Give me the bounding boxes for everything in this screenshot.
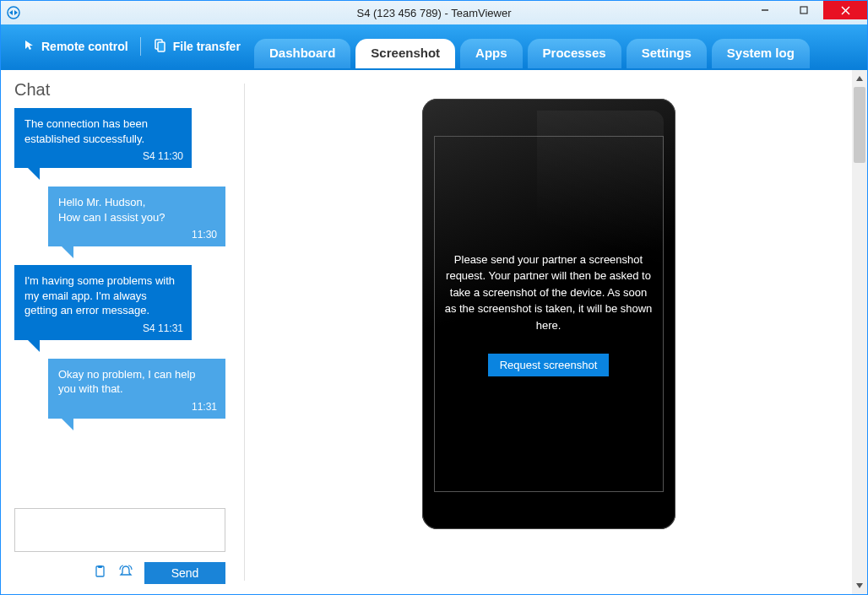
chat-input[interactable] bbox=[14, 508, 225, 552]
scroll-thumb[interactable] bbox=[854, 87, 865, 163]
chat-message-text: Okay no problem, I can help you with tha… bbox=[58, 368, 196, 396]
screenshot-instruction: Please send your partner a screenshot re… bbox=[445, 252, 653, 334]
device-frame: Please send your partner a screenshot re… bbox=[422, 99, 675, 529]
main-panel: Please send your partner a screenshot re… bbox=[245, 70, 852, 594]
file-transfer-label: File transfer bbox=[173, 40, 241, 53]
remote-control-icon bbox=[21, 38, 36, 56]
chat-panel: Chat The connection has been established… bbox=[1, 70, 244, 594]
chat-message: I'm having some problems with my email a… bbox=[14, 265, 192, 340]
chat-message-meta: S4 11:31 bbox=[143, 322, 183, 335]
svg-marker-12 bbox=[856, 583, 863, 588]
maximize-button[interactable] bbox=[784, 1, 823, 19]
teamviewer-icon bbox=[6, 5, 21, 20]
svg-rect-4 bbox=[800, 7, 807, 14]
chat-actions: Send bbox=[14, 562, 225, 584]
chat-messages: The connection has been established succ… bbox=[14, 108, 236, 508]
chat-message: Hello Mr. Hudson, How can I assist you? … bbox=[48, 187, 225, 246]
remote-control-button[interactable]: Remote control bbox=[14, 35, 135, 59]
menu-divider bbox=[140, 37, 141, 56]
scroll-down-icon[interactable] bbox=[855, 579, 864, 592]
nudge-icon[interactable] bbox=[119, 565, 133, 581]
app-window: S4 (123 456 789) - TeamViewer Remote con… bbox=[0, 0, 868, 595]
tab-screenshot[interactable]: Screenshot bbox=[355, 39, 455, 68]
tab-settings[interactable]: Settings bbox=[627, 39, 707, 68]
svg-rect-10 bbox=[98, 565, 102, 568]
window-title: S4 (123 456 789) - TeamViewer bbox=[356, 7, 511, 19]
chat-message-text: The connection has been established succ… bbox=[24, 117, 148, 145]
file-transfer-icon bbox=[153, 38, 168, 56]
send-button[interactable]: Send bbox=[144, 562, 225, 584]
tab-dashboard[interactable]: Dashboard bbox=[254, 39, 350, 68]
titlebar: S4 (123 456 789) - TeamViewer bbox=[1, 1, 867, 24]
svg-marker-1 bbox=[9, 10, 13, 15]
svg-rect-8 bbox=[158, 42, 165, 51]
chat-message-meta: S4 11:30 bbox=[143, 149, 183, 163]
menubar: Remote control File transfer Dashboard S… bbox=[1, 24, 867, 68]
body: Chat The connection has been established… bbox=[1, 68, 867, 594]
scroll-up-icon[interactable] bbox=[855, 72, 864, 85]
tab-system-log[interactable]: System log bbox=[712, 39, 810, 68]
clipboard-icon[interactable] bbox=[94, 565, 107, 581]
tab-apps[interactable]: Apps bbox=[460, 39, 523, 68]
chat-message-meta: 11:31 bbox=[192, 400, 217, 414]
device-screen: Please send your partner a screenshot re… bbox=[434, 136, 664, 492]
minimize-button[interactable] bbox=[746, 1, 784, 19]
chat-message-text: Hello Mr. Hudson, How can I assist you? bbox=[58, 196, 165, 224]
chat-message-text: I'm having some problems with my email a… bbox=[24, 274, 175, 316]
chat-message-meta: 11:30 bbox=[192, 228, 217, 241]
tabs: Dashboard Screenshot Apps Processes Sett… bbox=[254, 39, 810, 68]
vertical-scrollbar[interactable] bbox=[852, 70, 867, 594]
request-screenshot-button[interactable]: Request screenshot bbox=[488, 354, 610, 376]
svg-marker-2 bbox=[14, 10, 18, 15]
chat-message: Okay no problem, I can help you with tha… bbox=[48, 359, 225, 419]
chat-input-row: Send bbox=[14, 508, 236, 584]
svg-marker-11 bbox=[856, 76, 863, 81]
remote-control-label: Remote control bbox=[41, 40, 128, 53]
tab-processes[interactable]: Processes bbox=[528, 39, 621, 68]
chat-title: Chat bbox=[14, 80, 236, 100]
close-button[interactable] bbox=[823, 1, 867, 19]
chat-message: The connection has been established succ… bbox=[14, 108, 192, 168]
file-transfer-button[interactable]: File transfer bbox=[146, 35, 247, 59]
window-controls bbox=[746, 1, 867, 19]
